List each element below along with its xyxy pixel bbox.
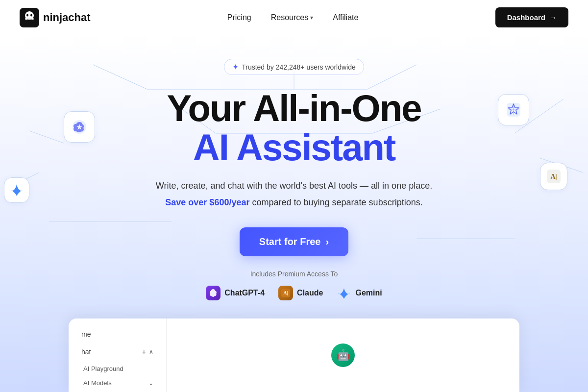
svg-point-4: [30, 14, 32, 16]
claude-tool: A| Claude: [278, 286, 323, 300]
gemini-tool: Gemini: [337, 286, 382, 300]
dashboard-button[interactable]: Dashboard →: [495, 7, 568, 27]
hero-content: ✦ Trusted by 242,248+ users worldwide Yo…: [156, 35, 432, 300]
plus-icon: +: [142, 348, 146, 356]
hero-subtitle-2: Save over $600/year compared to buying s…: [165, 196, 422, 210]
panel-sidebar-me[interactable]: me: [76, 326, 158, 342]
bottom-panel: me hat + ∧ AI Playground AI Models ⌄ 🤖: [69, 318, 519, 392]
floating-gemini-icon: [4, 177, 29, 203]
panel-main: 🤖: [167, 318, 519, 392]
svg-rect-5: [27, 19, 32, 20]
logo-text: ninjachat: [43, 11, 91, 24]
chevron-down-icon: ▾: [310, 14, 313, 21]
hero-title-main: Your All-in-One: [167, 89, 421, 128]
chevron-right-icon: ›: [325, 236, 329, 247]
nav-resources[interactable]: Resources ▾: [271, 13, 313, 22]
svg-line-8: [93, 65, 147, 89]
hero-subtitle-1: Write, create, and chat with the world's…: [156, 179, 432, 193]
premium-access-label: Includes Premium Access To: [250, 270, 338, 278]
floating-anthropic-icon: A|: [540, 163, 567, 190]
navbar: ninjachat Pricing Resources ▾ Affiliate …: [0, 0, 588, 35]
avatar: 🤖: [331, 343, 355, 367]
ai-tools-row: ChatGPT-4 A| Claude Gemi: [206, 286, 382, 300]
ninja-logo-icon: [20, 8, 39, 27]
svg-point-3: [26, 14, 28, 16]
panel-ai-models[interactable]: AI Models ⌄: [76, 376, 158, 390]
gemini-label: Gemini: [355, 289, 382, 297]
chevron-down-models-icon: ⌄: [148, 380, 153, 387]
chatgpt-label: ChatGPT-4: [224, 289, 265, 297]
panel-ai-playground[interactable]: AI Playground: [76, 362, 158, 376]
claude-icon: A|: [278, 286, 293, 300]
trusted-badge: ✦ Trusted by 242,248+ users worldwide: [224, 59, 364, 75]
nav-pricing[interactable]: Pricing: [227, 13, 251, 22]
caret-up-icon: ∧: [149, 348, 153, 355]
chatgpt-icon: [206, 286, 220, 300]
logo[interactable]: ninjachat: [20, 8, 91, 27]
gemini-icon: [337, 286, 351, 300]
start-free-button[interactable]: Start for Free ›: [240, 227, 348, 256]
hero-title-accent: AI Assistant: [193, 128, 395, 167]
nav-affiliate[interactable]: Affiliate: [333, 13, 358, 22]
arrow-right-icon: →: [549, 13, 557, 22]
claude-label: Claude: [297, 289, 323, 297]
panel-sidebar-chat[interactable]: hat + ∧: [76, 344, 158, 360]
nav-links: Pricing Resources ▾ Affiliate: [227, 13, 359, 22]
floating-perplexity-icon: [498, 94, 529, 125]
chatgpt-tool: ChatGPT-4: [206, 286, 265, 300]
svg-text:A|: A|: [550, 173, 557, 180]
panel-sidebar: me hat + ∧ AI Playground AI Models ⌄: [69, 318, 167, 392]
svg-text:A|: A|: [283, 290, 288, 295]
save-highlight: Save over $600/year: [165, 197, 249, 207]
hero-section: A| ✦ Trusted by 242,248+ users worldwide…: [0, 35, 588, 392]
star-icon: ✦: [232, 62, 239, 72]
floating-openai-icon: [64, 111, 95, 143]
svg-line-16: [29, 131, 64, 143]
